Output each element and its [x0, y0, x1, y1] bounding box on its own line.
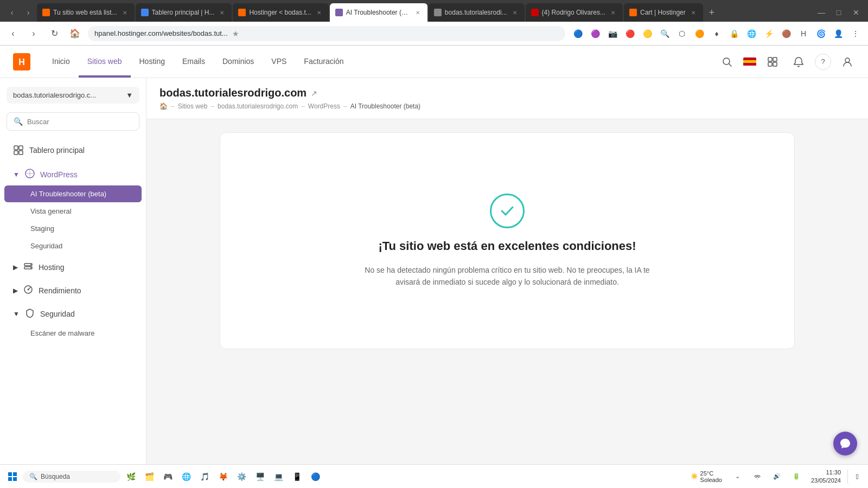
taskbar-search[interactable]: 🔍 Búsqueda: [23, 471, 120, 483]
taskbar-app-chrome[interactable]: 🌐: [178, 468, 194, 485]
tab-3[interactable]: Hostinger < bodas.t... ✕: [233, 3, 328, 22]
show-desktop[interactable]: ▯: [847, 468, 864, 485]
tab-1[interactable]: Tu sitio web está list... ✕: [37, 3, 135, 22]
bookmark-icon[interactable]: ★: [232, 29, 239, 38]
extension-6[interactable]: 🔍: [658, 27, 672, 41]
windows-start-button[interactable]: [4, 468, 21, 485]
sidebar-sub-item-malware[interactable]: Escáner de malware: [4, 325, 142, 342]
network-icon[interactable]: [749, 468, 765, 485]
extension-10[interactable]: 🔒: [727, 27, 741, 41]
sidebar-item-tablero[interactable]: Tablero principal: [4, 139, 142, 161]
tab-6[interactable]: (4) Rodrigo Olivares... ✕: [526, 3, 623, 22]
system-tray-icons[interactable]: ⌄: [730, 468, 746, 485]
taskbar-app-1[interactable]: 🎮: [159, 468, 176, 485]
extension-4[interactable]: 🔴: [623, 27, 637, 41]
external-link-icon[interactable]: ↗: [311, 89, 317, 98]
sidebar-sub-item-vista-general[interactable]: Vista general: [4, 203, 142, 220]
nav-sitios-web[interactable]: Sitios web: [79, 46, 131, 78]
breadcrumb-site[interactable]: bodas.tutorialesrodrigo.com: [218, 102, 298, 110]
extension-1[interactable]: 🔵: [571, 27, 585, 41]
user-profile-browser[interactable]: 👤: [831, 27, 845, 41]
clock[interactable]: 11:30 23/05/2024: [811, 468, 841, 484]
extension-8[interactable]: 🟠: [692, 27, 706, 41]
tab-1-close[interactable]: ✕: [120, 8, 129, 17]
tab-5-close[interactable]: ✕: [510, 8, 519, 17]
close-window-button[interactable]: ✕: [848, 5, 864, 20]
extension-7[interactable]: ⬡: [675, 27, 689, 41]
taskbar-app-firefox[interactable]: 🦊: [215, 468, 231, 485]
taskbar-app-6[interactable]: 🖥️: [252, 468, 268, 485]
sidebar-sub-item-troubleshooter[interactable]: AI Troubleshooter (beta): [4, 185, 142, 202]
refresh-button[interactable]: ↻: [47, 26, 62, 41]
sidebar-search-input[interactable]: [27, 118, 132, 126]
wp-expand-arrow: ▼: [13, 171, 20, 178]
page-title-row: bodas.tutorialesrodrigo.com ↗: [159, 87, 855, 99]
extension-9[interactable]: ♦: [710, 27, 724, 41]
extension-11[interactable]: 🌐: [744, 27, 758, 41]
tab-4[interactable]: AI Troubleshooter (b... ✕: [330, 3, 427, 22]
extension-12[interactable]: ⚡: [762, 27, 776, 41]
nav-hosting[interactable]: Hosting: [131, 46, 174, 78]
dashboard-icon[interactable]: [763, 52, 782, 72]
taskbar-app-7[interactable]: 💻: [270, 468, 286, 485]
sound-icon[interactable]: 🔊: [769, 468, 785, 485]
tab-back-btn[interactable]: ‹: [4, 5, 20, 20]
tab-2-close[interactable]: ✕: [218, 8, 226, 17]
help-button[interactable]: ?: [815, 54, 831, 70]
logo-svg: H: [13, 53, 30, 70]
search-button[interactable]: [717, 52, 737, 72]
extension-2[interactable]: 🟣: [588, 27, 602, 41]
sidebar-section-hosting[interactable]: ▶ Hosting: [4, 257, 142, 277]
breadcrumb-sitios-web[interactable]: Sitios web: [178, 102, 208, 110]
taskbar-app-ie[interactable]: 🔵: [307, 468, 323, 485]
forward-button[interactable]: ›: [26, 26, 41, 41]
taskbar-app-settings[interactable]: ⚙️: [233, 468, 250, 485]
chat-bubble-button[interactable]: [833, 432, 857, 455]
nav-emails[interactable]: Emails: [174, 46, 214, 78]
breadcrumb-wordpress[interactable]: WordPress: [308, 102, 340, 110]
battery-icon[interactable]: 🔋: [788, 468, 805, 485]
extension-15[interactable]: 🌀: [814, 27, 828, 41]
site-selector[interactable]: bodas.tutorialesrodrigo.c... ▼: [7, 87, 139, 104]
breadcrumb-home[interactable]: 🏠: [159, 102, 168, 110]
tab-2[interactable]: Tablero principal | H... ✕: [136, 3, 232, 22]
nav-vps[interactable]: VPS: [263, 46, 295, 78]
tab-5[interactable]: bodas.tutorialesrodi... ✕: [429, 3, 525, 22]
user-account-button[interactable]: [838, 52, 857, 72]
extension-14[interactable]: H: [796, 27, 810, 41]
sidebar-section-wordpress[interactable]: ▼ WordPress: [4, 164, 142, 184]
tab-4-close[interactable]: ✕: [413, 8, 422, 17]
home-button[interactable]: 🏠: [67, 26, 82, 41]
taskbar-app-8[interactable]: 📱: [289, 468, 305, 485]
hostinger-logo[interactable]: H: [11, 51, 33, 73]
extension-3[interactable]: 📷: [605, 27, 620, 41]
tab-7-close[interactable]: ✕: [689, 8, 698, 17]
nav-dominios[interactable]: Dominios: [214, 46, 263, 78]
url-bar[interactable]: hpanel.hostinger.com/websites/bodas.tut.…: [88, 26, 565, 41]
maximize-button[interactable]: □: [831, 5, 846, 20]
nav-inicio[interactable]: Inicio: [43, 46, 79, 78]
sidebar-section-seguridad[interactable]: ▼ Seguridad: [4, 304, 142, 324]
extension-13[interactable]: 🟤: [779, 27, 793, 41]
sidebar-sub-item-staging[interactable]: Staging: [4, 220, 142, 237]
taskbar-widgets[interactable]: 🌿: [123, 468, 139, 485]
taskbar-app-files[interactable]: 🗂️: [141, 468, 157, 485]
language-flag[interactable]: [743, 57, 756, 66]
back-button[interactable]: ‹: [5, 26, 21, 41]
tab-forward-btn[interactable]: ›: [21, 5, 36, 20]
sidebar-search[interactable]: 🔍: [7, 112, 139, 131]
minimize-button[interactable]: —: [814, 5, 829, 20]
browser-menu[interactable]: ⋮: [848, 27, 863, 41]
new-tab-button[interactable]: +: [704, 5, 719, 20]
user-icon: [842, 56, 853, 67]
tab-7[interactable]: Cart | Hostinger ✕: [624, 3, 703, 22]
nav-facturacion[interactable]: Facturación: [295, 46, 352, 78]
sidebar-sub-item-seguridad-wp[interactable]: Seguridad: [4, 237, 142, 254]
tab-3-close[interactable]: ✕: [315, 8, 323, 17]
notifications-button[interactable]: [789, 52, 808, 72]
taskbar-app-3[interactable]: 🎵: [196, 468, 213, 485]
tab-6-close[interactable]: ✕: [609, 8, 617, 17]
sidebar-section-rendimiento[interactable]: ▶ Rendimiento: [4, 280, 142, 300]
content-card: ¡Tu sitio web está en excelentes condici…: [220, 132, 795, 349]
extension-5[interactable]: 🟡: [640, 27, 654, 41]
